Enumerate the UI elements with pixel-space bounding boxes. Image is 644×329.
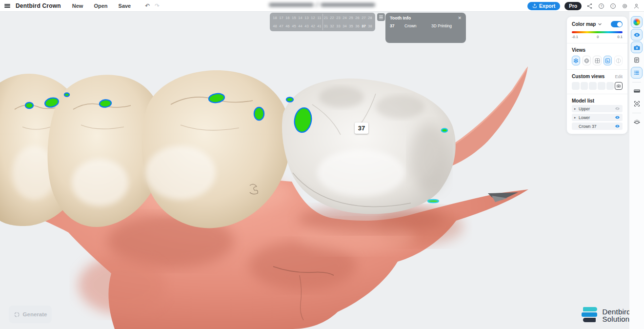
- tooth-cell[interactable]: 44: [297, 22, 303, 30]
- svg-text:?: ?: [601, 4, 603, 7]
- custom-view-slot[interactable]: [589, 82, 597, 90]
- screenshot-tool-button[interactable]: [631, 41, 643, 53]
- measure-tool-button[interactable]: [631, 85, 643, 97]
- tooth-cell[interactable]: 25: [348, 14, 354, 22]
- wireframe-view-button[interactable]: [583, 56, 591, 65]
- settings-icon[interactable]: [621, 2, 628, 10]
- menu-new[interactable]: New: [68, 3, 88, 9]
- scale-max: 0.1: [618, 35, 623, 39]
- color-map-tool-button[interactable]: [631, 16, 643, 28]
- color-map-toggle[interactable]: [611, 21, 623, 27]
- tooth-cell[interactable]: 16: [284, 14, 291, 22]
- tooth-cell[interactable]: 41: [316, 22, 322, 30]
- undo-icon[interactable]: ↶: [145, 2, 150, 9]
- tooth-chart-lower-row: 48 47 46 45 44 43 42 41 31 32 33 34 35 3…: [272, 22, 373, 30]
- tooth-cell[interactable]: 11: [316, 14, 322, 22]
- views-buttons: [572, 56, 623, 65]
- model-row-crown-37[interactable]: Crown 37: [572, 123, 623, 130]
- caret-right-icon[interactable]: ▸: [574, 116, 579, 120]
- tooth-cell[interactable]: 33: [335, 22, 342, 30]
- top-bar: Dentbird Crown New Open Save ↶ ↷ Export …: [0, 0, 644, 12]
- caret-right-icon[interactable]: ▸: [574, 107, 579, 111]
- tooth-chart-menu-button[interactable]: [377, 13, 385, 21]
- pro-badge[interactable]: Pro: [564, 2, 582, 10]
- eye-icon[interactable]: [615, 115, 620, 120]
- custom-view-slot[interactable]: [581, 82, 588, 90]
- alert-icon[interactable]: !: [609, 2, 617, 10]
- spinner-icon: [14, 311, 20, 318]
- tooth-cell[interactable]: 18: [272, 14, 278, 22]
- custom-views-edit[interactable]: Edit: [615, 74, 623, 79]
- account-icon[interactable]: [633, 2, 640, 10]
- tooth-cell-selected[interactable]: 37: [361, 22, 367, 30]
- focus-tool-button[interactable]: [631, 98, 643, 109]
- tooth-cell[interactable]: 35: [348, 22, 354, 30]
- eye-icon[interactable]: [615, 123, 620, 129]
- tooth-cell[interactable]: 34: [342, 22, 348, 30]
- custom-view-slot[interactable]: [606, 82, 614, 90]
- tooth-cell[interactable]: 43: [303, 22, 310, 30]
- model-label: Crown 37: [579, 124, 596, 129]
- model-row-upper[interactable]: ▸ Upper: [572, 105, 623, 112]
- tooth-cell[interactable]: 28: [367, 14, 373, 22]
- generate-button[interactable]: Generate: [9, 306, 52, 323]
- tooth-cell[interactable]: 31: [322, 22, 329, 30]
- visibility-tool-button[interactable]: [631, 29, 643, 41]
- tooth-info-panel: Tooth Info ✕ 37 Crown 3D Printing: [385, 13, 466, 43]
- chevron-down-icon[interactable]: [598, 22, 602, 26]
- model-list-label: Model list: [572, 98, 623, 103]
- menu-save[interactable]: Save: [114, 3, 136, 9]
- tooth-cell[interactable]: 46: [284, 22, 291, 30]
- crown-37-model[interactable]: [282, 79, 456, 214]
- logo-line1: Dentbird: [602, 308, 633, 315]
- toolbar-divider: [632, 82, 641, 82]
- eye-off-icon[interactable]: [615, 106, 620, 111]
- app-window: Dentbird Crown New Open Save ↶ ↷ Export …: [0, 0, 644, 329]
- tooth-cell[interactable]: 22: [329, 14, 335, 22]
- model-viewport[interactable]: [0, 12, 644, 329]
- tooth-cell[interactable]: 21: [322, 14, 329, 22]
- export-button[interactable]: Export: [527, 2, 560, 10]
- color-map-scale: -0.1 0 0.1: [572, 35, 623, 39]
- help-icon[interactable]: ?: [598, 2, 605, 10]
- tooth-chart-upper-row: 18 17 16 15 14 13 12 11 21 22 23 24 25 2…: [272, 14, 373, 22]
- tooth-cell[interactable]: 26: [354, 14, 361, 22]
- custom-view-slot[interactable]: [572, 82, 580, 90]
- app-menu-icon[interactable]: [4, 3, 11, 9]
- section-tool-button[interactable]: [631, 116, 643, 127]
- scale-mid: 0: [597, 35, 599, 39]
- tooth-cell[interactable]: 14: [297, 14, 303, 22]
- tooth-cell[interactable]: 45: [291, 22, 297, 30]
- tooth-cell[interactable]: 47: [278, 22, 284, 30]
- tooth-cell[interactable]: 32: [329, 22, 335, 30]
- shaded-sphere-icon: [573, 58, 579, 64]
- tooth-cell[interactable]: 42: [310, 22, 316, 30]
- menu-open[interactable]: Open: [89, 3, 112, 9]
- tooth-cell[interactable]: 38: [367, 22, 373, 30]
- capture-view-button[interactable]: [615, 82, 623, 90]
- split-circle-icon: [615, 58, 622, 64]
- tooth-cell[interactable]: 23: [335, 14, 342, 22]
- tooth-cell[interactable]: 24: [342, 14, 348, 22]
- section-icon: [633, 118, 641, 125]
- close-icon[interactable]: ✕: [458, 16, 462, 21]
- share-icon[interactable]: [586, 2, 593, 10]
- tooth-cell[interactable]: 12: [310, 14, 316, 22]
- model-row-lower[interactable]: ▸ Lower: [572, 114, 623, 121]
- tooth-cell[interactable]: 36: [354, 22, 361, 30]
- color-sphere-icon: [633, 19, 640, 25]
- tooth-cell[interactable]: 13: [303, 14, 310, 22]
- color-map-gradient: [572, 31, 623, 33]
- grid-view-button[interactable]: [593, 56, 601, 65]
- notes-tool-button[interactable]: [631, 54, 643, 66]
- model-list-tool-button[interactable]: [631, 67, 643, 79]
- shaded-view-button[interactable]: [572, 56, 580, 65]
- image-view-icon: [604, 58, 611, 64]
- tooth-cell[interactable]: 17: [278, 14, 284, 22]
- tooth-cell[interactable]: 15: [291, 14, 297, 22]
- custom-view-slot[interactable]: [598, 82, 605, 90]
- snapshot-view-button[interactable]: [604, 56, 612, 65]
- tooth-cell[interactable]: 48: [272, 22, 278, 30]
- tooth-cell[interactable]: 27: [361, 14, 367, 22]
- redacted-filename: [269, 2, 375, 7]
